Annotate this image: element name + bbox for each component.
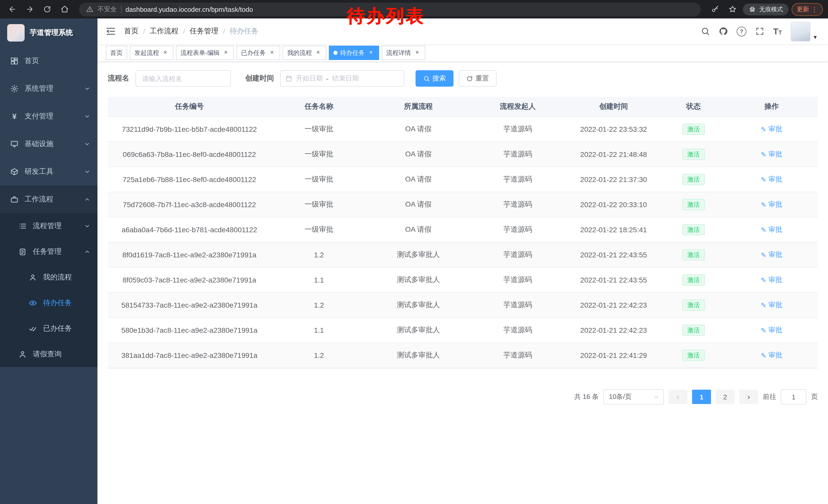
bookmark-star-icon[interactable]: [726, 2, 740, 16]
view-tab[interactable]: 我的流程 ×: [283, 46, 326, 60]
task-id-cell: 580e1b3d-7ac8-11ec-a9e2-a2380e71991a: [108, 318, 271, 342]
approve-link[interactable]: ✎审批: [761, 150, 782, 159]
page-size-select[interactable]: 10条/页: [603, 389, 664, 405]
sidebar: 芋道管理系统 首页 系统管理 ¥ 支付管理 基础设施 研发工具 工作流: [0, 18, 97, 504]
approve-link[interactable]: ✎审批: [761, 125, 782, 134]
sidebar-item-workflow[interactable]: 工作流程: [0, 186, 97, 213]
font-size-icon[interactable]: TT: [773, 27, 782, 36]
initiator-cell: 芋道源码: [470, 142, 566, 167]
sidebar-item-done-task[interactable]: 已办任务: [0, 316, 97, 341]
back-icon[interactable]: [5, 2, 19, 16]
navbar-actions: ? TT ▼: [701, 21, 818, 41]
url-bar[interactable]: 不安全 dashboard.yudao.iocoder.cn/bpm/task/…: [79, 2, 701, 16]
page-button-2[interactable]: 2: [716, 390, 735, 404]
process-cell: 测试多审批人: [367, 318, 470, 342]
approve-link[interactable]: ✎审批: [761, 175, 782, 184]
reset-button[interactable]: 重置: [459, 70, 497, 87]
user-menu[interactable]: ▼: [791, 21, 818, 41]
table-row: 75d72608-7b7f-11ec-a3c8-acde48001122 一级审…: [108, 192, 818, 217]
chevron-down-icon: [84, 141, 90, 147]
initiator-cell: 芋道源码: [470, 318, 566, 342]
actions-cell: ✎审批: [726, 293, 818, 317]
view-tab[interactable]: 首页 ×: [106, 46, 127, 60]
next-page-button[interactable]: ›: [739, 390, 758, 404]
goto-page-input[interactable]: [781, 389, 806, 405]
filter-bar: 流程名 创建时间 开始日期 - 结束日期 搜索 重置: [97, 62, 828, 90]
reload-icon[interactable]: [40, 2, 54, 16]
approve-link[interactable]: ✎审批: [761, 351, 782, 360]
sidebar-item-system[interactable]: 系统管理: [0, 75, 97, 102]
approve-link[interactable]: ✎审批: [761, 301, 782, 310]
view-tab[interactable]: 已办任务 ×: [237, 46, 280, 60]
tab-close-icon[interactable]: ×: [162, 49, 169, 56]
menu-fold-icon[interactable]: [106, 26, 116, 36]
sidebar-item-process-mgmt[interactable]: 流程管理: [0, 213, 97, 239]
edit-icon: ✎: [761, 352, 767, 359]
tab-close-icon[interactable]: ×: [315, 49, 322, 56]
todo-task-table: 任务编号 任务名称 所属流程 流程发起人 创建时间 状态 操作 73211d9d…: [108, 97, 818, 369]
col-actions: 操作: [726, 97, 818, 117]
status-badge: 激活: [682, 249, 705, 261]
sidebar-item-leave-query[interactable]: 请假查询: [0, 341, 97, 367]
approve-label: 审批: [769, 175, 782, 184]
view-tab[interactable]: 流程表单-编辑 ×: [176, 46, 234, 60]
task-name-cell: 1.2: [271, 293, 367, 317]
tab-label: 待办任务: [340, 48, 365, 57]
tab-label: 已办任务: [241, 48, 266, 57]
total-count: 共 16 条: [574, 392, 599, 402]
sidebar-item-home[interactable]: 首页: [0, 47, 97, 75]
edit-icon: ✎: [761, 201, 767, 209]
home-icon[interactable]: [57, 2, 72, 16]
breadcrumb-workflow[interactable]: 工作流程: [150, 27, 178, 36]
github-icon[interactable]: [719, 27, 728, 36]
create-time-label: 创建时间: [245, 74, 274, 83]
sidebar-label: 我的流程: [43, 273, 72, 282]
sidebar-item-devtools[interactable]: 研发工具: [0, 158, 97, 186]
tab-close-icon[interactable]: ×: [222, 49, 229, 56]
page-button-1[interactable]: 1: [692, 390, 711, 404]
app-logo-row[interactable]: 芋道管理系统: [0, 18, 97, 47]
approve-link[interactable]: ✎审批: [761, 326, 782, 335]
chevron-down-icon: [84, 169, 90, 175]
date-range-picker[interactable]: 开始日期 - 结束日期: [280, 70, 404, 87]
update-button[interactable]: 更新 ⋮: [792, 3, 823, 16]
approve-link[interactable]: ✎审批: [761, 225, 782, 234]
sidebar-item-todo-task[interactable]: 待办任务: [0, 290, 97, 316]
forward-icon[interactable]: [23, 2, 37, 16]
task-id-cell: 381aa1dd-7ac8-11ec-a9e2-a2380e71991a: [108, 343, 271, 368]
sidebar-item-my-process[interactable]: 我的流程: [0, 265, 97, 290]
sidebar-item-payment[interactable]: ¥ 支付管理: [0, 102, 97, 130]
create-time-cell: 2022-01-22 23:53:32: [566, 117, 662, 141]
incognito-label: 无痕模式: [759, 5, 783, 13]
breadcrumb-home[interactable]: 首页: [124, 27, 138, 36]
chevron-down-icon: [84, 113, 90, 120]
prev-page-button[interactable]: ‹: [668, 390, 688, 404]
tab-close-icon[interactable]: ×: [268, 49, 276, 56]
key-icon[interactable]: [708, 2, 722, 16]
sidebar-item-infra[interactable]: 基础设施: [0, 130, 97, 158]
approve-link[interactable]: ✎审批: [761, 250, 782, 260]
help-icon[interactable]: ?: [737, 27, 746, 36]
search-button[interactable]: 搜索: [416, 70, 454, 87]
col-status: 状态: [662, 97, 726, 117]
process-name-input[interactable]: [135, 70, 231, 87]
browser-menu-icon[interactable]: ⋮: [811, 6, 818, 12]
view-tab[interactable]: 待办任务 ×: [329, 46, 379, 60]
task-id-cell: 725a1eb6-7b88-11ec-8ef0-acde48001122: [108, 167, 271, 192]
sidebar-item-task-mgmt[interactable]: 任务管理: [0, 239, 97, 265]
initiator-cell: 芋道源码: [470, 293, 566, 317]
approve-link[interactable]: ✎审批: [761, 200, 782, 209]
approve-link[interactable]: ✎审批: [761, 275, 782, 284]
fullscreen-icon[interactable]: [755, 27, 764, 36]
view-tab[interactable]: 发起流程 ×: [130, 46, 173, 60]
tab-close-icon[interactable]: ×: [367, 49, 374, 56]
view-tab[interactable]: 流程详情 ×: [382, 46, 425, 60]
initiator-cell: 芋道源码: [470, 167, 566, 192]
status-cell: 激活: [662, 268, 726, 292]
edit-icon: ✎: [761, 125, 767, 133]
tab-close-icon[interactable]: ×: [413, 49, 421, 56]
table-row: 580e1b3d-7ac8-11ec-a9e2-a2380e71991a 1.1…: [108, 318, 818, 343]
search-icon[interactable]: [701, 27, 710, 36]
app-title: 芋道管理系统: [30, 28, 73, 37]
breadcrumb-task-mgmt[interactable]: 任务管理: [190, 27, 218, 36]
